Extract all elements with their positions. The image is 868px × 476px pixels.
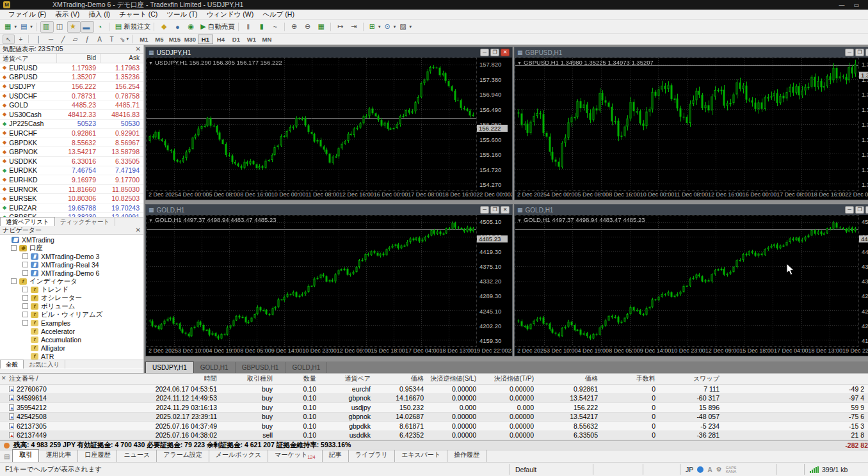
tree-item[interactable]: ▮ XMTrading-Demo 3 <box>0 252 143 260</box>
cursor-tool[interactable]: ↖ <box>3 35 15 44</box>
tree-item[interactable]: f Alligator <box>0 344 143 352</box>
close-icon[interactable]: ✕ <box>136 46 141 52</box>
tree-expander-icon[interactable] <box>22 312 28 317</box>
tree-item[interactable]: f ボリューム <box>0 302 143 310</box>
terminal-tab[interactable]: マーケット124 <box>268 450 322 463</box>
market-watch-row[interactable]: ◆USDCHF 0.78731 0.78758 <box>0 91 143 101</box>
tree-item[interactable]: f ビル・ウィリアムズ <box>0 310 143 319</box>
order-row[interactable]: ▲62137449 2025.07.16 04:38:02 sell 0.10 … <box>0 431 868 441</box>
tree-expander-icon[interactable] <box>22 303 28 309</box>
tree-item[interactable]: f Accelerator <box>0 327 143 335</box>
strategy-tester-toggle[interactable]: ◔ <box>94 21 108 33</box>
chart-restore-icon[interactable]: ❐ <box>490 49 499 56</box>
terminal-tab[interactable]: ライブラリ <box>349 450 395 463</box>
terminal-tab[interactable]: エキスパート <box>395 450 447 463</box>
indicators-button[interactable]: ⊞ <box>367 21 383 33</box>
chart-tab[interactable]: GOLD,H1 <box>285 362 327 373</box>
market-watch-row[interactable]: ◆GBPDKK 8.55632 8.56967 <box>0 138 143 148</box>
chart-tab[interactable]: GBPUSD,H1 <box>236 362 286 373</box>
mql5-button[interactable]: ◉ <box>185 21 198 33</box>
metaeditor-button[interactable]: ◆ <box>158 21 172 33</box>
tree-item[interactable]: ▮ XMTrading-Demo 6 <box>0 269 143 277</box>
menu-item[interactable]: ウィンドウ (W) <box>202 10 259 19</box>
label-tool[interactable]: T <box>106 35 118 44</box>
market-watch-row[interactable]: ◆EURHKD 9.16979 9.17700 <box>0 175 143 185</box>
tree-item[interactable]: f トレンド <box>0 285 143 294</box>
market-watch-row[interactable]: ◆EURZAR 19.65788 19.70243 <box>0 203 143 213</box>
orders-column-header[interactable]: 時間 <box>102 374 221 383</box>
market-watch-row[interactable]: ◆US30Cash 48412.33 48416.83 <box>0 110 143 120</box>
chart-close-icon[interactable]: ✕ <box>501 206 510 214</box>
chart-close-icon[interactable]: ✕ <box>865 49 868 56</box>
market-watch-row[interactable]: ◆EURSEK 10.80306 10.82503 <box>0 194 143 203</box>
menu-item[interactable]: チャート (C) <box>115 10 162 19</box>
profiles-button[interactable]: ▤ <box>19 21 35 33</box>
profile-indicator[interactable]: Default <box>510 464 593 475</box>
tree-expander-icon[interactable] <box>22 295 28 301</box>
tree-item[interactable]: ▦ XMTrading <box>0 235 143 244</box>
zoom-out-button[interactable]: ⊖ <box>302 21 316 33</box>
line-chart-button[interactable]: ~ <box>269 21 283 33</box>
menu-item[interactable]: ヘルプ (H) <box>258 10 299 19</box>
market-watch-row[interactable]: ◆USDDKK 6.33016 6.33505 <box>0 157 143 166</box>
orders-column-header[interactable]: 取引種別 <box>221 374 277 383</box>
chart-title-bar[interactable]: ▦ GOLD,H1 ─ ❐ ✕ <box>146 205 512 215</box>
close-icon[interactable]: ✕ <box>136 227 141 234</box>
chart-minimize-icon[interactable]: ─ <box>480 206 489 214</box>
market-watch-row[interactable]: ◆GBPNOK 13.54217 13.58798 <box>0 147 143 157</box>
market-watch-row[interactable]: ◆GOLD 4485.23 4485.71 <box>0 100 143 110</box>
terminal-tab[interactable]: 運用比率 <box>39 450 78 463</box>
chart-shift-button[interactable]: ⇥ <box>348 21 362 33</box>
timeframe-button[interactable]: D1 <box>229 35 244 44</box>
tree-expander-icon[interactable] <box>22 262 28 267</box>
column-symbol[interactable]: 通貨ペア <box>0 54 56 63</box>
chart-minimize-icon[interactable]: ─ <box>480 49 489 56</box>
minimize-window-icon[interactable]: — <box>839 2 844 8</box>
timeframe-button[interactable]: W1 <box>244 35 259 44</box>
orders-column-header[interactable]: 価格 <box>538 374 602 383</box>
tree-item[interactable]: f Examples <box>0 319 143 327</box>
chart-minimize-icon[interactable]: ─ <box>845 49 854 56</box>
chart-restore-icon[interactable]: ❐ <box>855 49 864 56</box>
terminal-tab[interactable]: メールボックス <box>209 450 268 463</box>
orders-column-header[interactable]: 数量 <box>277 374 320 383</box>
navigator-tab[interactable]: 全般 <box>0 360 24 369</box>
chevron-down-icon[interactable]: ▼ <box>517 218 522 223</box>
timeframe-button[interactable]: MN <box>259 35 275 44</box>
market-watch-row[interactable]: ◆EURNOK 11.81660 11.85030 <box>0 185 143 194</box>
tree-expander-icon[interactable] <box>11 278 17 284</box>
tree-item[interactable]: ◆ 口座 <box>0 244 143 252</box>
trendline-tool[interactable]: ╱ <box>57 35 69 44</box>
chart-minimize-icon[interactable]: ─ <box>845 206 854 214</box>
market-watch-row[interactable]: ◆EURUSD 1.17939 1.17963 <box>0 63 143 73</box>
tree-item[interactable]: ▮ XMTrading-Real 34 <box>0 260 143 269</box>
timeframe-button[interactable]: H4 <box>213 35 229 44</box>
crosshair-tool[interactable]: + <box>15 35 27 44</box>
chart-close-icon[interactable]: ✕ <box>865 206 868 214</box>
chart-plot[interactable]: ▼GOLD,H1 4497.37 4498.94 4483.47 4485.23 <box>515 215 859 347</box>
orders-column-header[interactable]: 決済指値(T/P) <box>480 374 538 383</box>
chart-restore-icon[interactable]: ❐ <box>855 206 864 214</box>
market-watch-toggle[interactable]: ▥ <box>40 21 54 33</box>
menu-item[interactable]: 挿入 (I) <box>84 10 115 19</box>
zoom-in-button[interactable]: ⊕ <box>289 21 302 33</box>
templates-button[interactable]: ▨ <box>398 21 414 33</box>
orders-column-header[interactable]: 注文番号 / <box>0 374 102 383</box>
fibonacci-tool[interactable]: ƒ <box>81 35 93 44</box>
market-watch-tab[interactable]: ティックチャート <box>55 218 116 226</box>
periods-button[interactable]: ⊙ <box>382 21 398 33</box>
tree-expander-icon[interactable] <box>22 287 28 292</box>
chevron-down-icon[interactable]: ▼ <box>149 61 153 65</box>
bar-chart-button[interactable]: ‖ <box>243 21 256 33</box>
menu-item[interactable]: ファイル (F) <box>4 10 51 19</box>
timeframe-button[interactable]: M5 <box>152 35 167 44</box>
terminal-tab[interactable]: 取引 <box>12 449 39 463</box>
chart-plot[interactable]: ▼USDJPY,H1 156.290 156.305 156.177 156.2… <box>146 58 477 191</box>
navigator-tab[interactable]: お気に入り <box>24 360 65 369</box>
tree-item[interactable]: f インディケータ <box>0 277 143 285</box>
orders-column-header[interactable]: 手数料 <box>602 374 659 383</box>
column-bid[interactable]: Bid <box>56 54 100 63</box>
tree-item[interactable]: f Accumulation <box>0 335 143 344</box>
chart-restore-icon[interactable]: ❐ <box>490 206 499 214</box>
market-watch-row[interactable]: ◆JP225Cash 50523 50530 <box>0 120 143 129</box>
